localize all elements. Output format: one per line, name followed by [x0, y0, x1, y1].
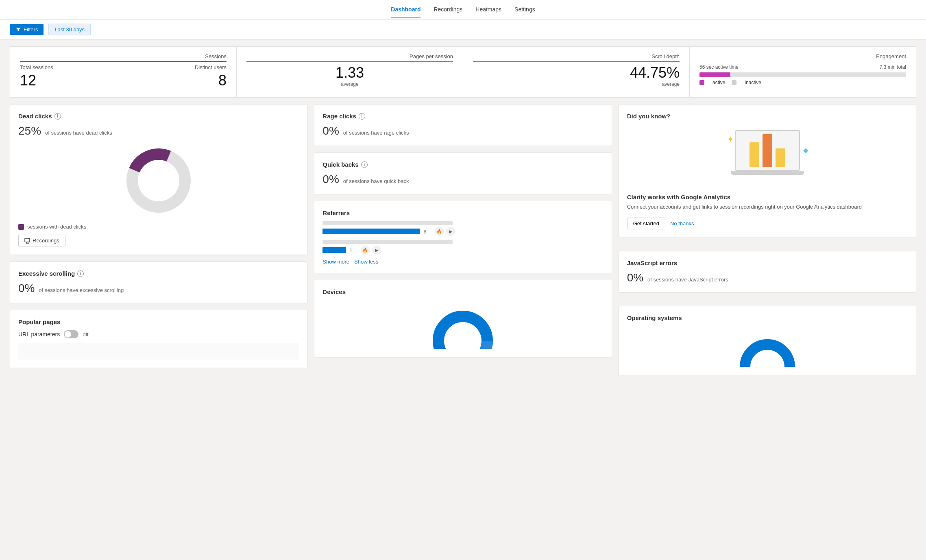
- referrer-count-1: 1: [349, 247, 357, 253]
- active-dot: [699, 80, 704, 85]
- scroll-block: Scroll depth 44.75% average: [463, 47, 690, 97]
- popular-pages-card: Popular pages URL parameters off: [10, 310, 307, 368]
- referrer-count-0: 6: [423, 229, 431, 235]
- svg-point-9: [745, 344, 790, 367]
- sparkle-right-icon: ◆: [803, 146, 808, 154]
- no-thanks-button[interactable]: No thanks: [670, 220, 694, 227]
- js-errors-card: JavaScript errors 0% of sessions have Ja…: [619, 251, 916, 293]
- dead-clicks-pct-row: 25% of sessions have dead clicks: [18, 124, 299, 137]
- referrer-bar-1: [322, 247, 346, 253]
- referrer-heatmap-icon-1[interactable]: 🔥: [361, 246, 370, 255]
- dead-clicks-desc: of sessions have dead clicks: [45, 130, 112, 136]
- total-sessions-value: 12: [20, 72, 36, 89]
- popular-pages-title: Popular pages: [18, 318, 60, 325]
- devices-card: Devices: [314, 280, 612, 357]
- date-filter-button[interactable]: Last 30 days: [48, 24, 91, 35]
- distinct-users-label: Distinct users: [195, 64, 227, 70]
- did-you-know-desc: Connect your accounts and get links to s…: [627, 203, 908, 211]
- svg-rect-2: [25, 238, 30, 242]
- main-content: Sessions Total sessions Distinct users 1…: [0, 40, 926, 382]
- referrer-recording-icon-0[interactable]: ▶: [446, 227, 455, 236]
- dead-clicks-donut-svg: [122, 144, 195, 217]
- dead-clicks-info-icon[interactable]: i: [54, 113, 61, 120]
- quick-backs-info-icon[interactable]: i: [361, 161, 368, 168]
- engagement-times: 56 sec active time 7.3 min total: [699, 64, 906, 70]
- filter-icon: [15, 27, 21, 33]
- illustration: ✦ ◆: [627, 126, 908, 187]
- excessive-scrolling-pct: 0%: [18, 282, 35, 294]
- dead-clicks-card: Dead clicks i 25% of sessions have dead …: [10, 104, 307, 255]
- rage-clicks-title-row: Rage clicks i: [322, 113, 603, 120]
- date-label: Last 30 days: [54, 26, 85, 33]
- active-time: 56 sec active time: [699, 64, 739, 70]
- active-label: active: [712, 80, 725, 85]
- popular-pages-placeholder: [18, 343, 299, 360]
- os-donut-svg: [735, 326, 800, 367]
- sessions-title: Sessions: [20, 53, 227, 62]
- distinct-users-value: 8: [218, 72, 227, 89]
- recordings-button[interactable]: Recordings: [18, 235, 65, 246]
- url-params-toggle[interactable]: [64, 330, 78, 338]
- bar-chart-bar-3: [776, 148, 785, 167]
- js-errors-title-text: JavaScript errors: [627, 259, 677, 266]
- js-errors-pct: 0%: [627, 271, 643, 284]
- os-card: Operating systems: [619, 306, 916, 375]
- rage-clicks-pct-row: 0% of sessions have rage clicks: [322, 124, 603, 137]
- referrer-icons-0: 🔥 ▶: [435, 227, 455, 236]
- filters-button[interactable]: Filters: [10, 24, 44, 35]
- excessive-scrolling-info-icon[interactable]: i: [77, 270, 84, 277]
- rage-clicks-info-icon[interactable]: i: [359, 113, 365, 120]
- nav-dashboard[interactable]: Dashboard: [391, 1, 421, 18]
- excessive-scrolling-title: Excessive scrolling: [18, 270, 75, 277]
- bar-chart-bar-1: [750, 142, 759, 167]
- rage-clicks-desc: of sessions have rage clicks: [343, 130, 409, 136]
- right-column: Did you know? ✦ ◆ Clar: [619, 104, 916, 375]
- quick-backs-desc: of sessions have quick back: [343, 178, 409, 184]
- laptop-screen: [735, 130, 800, 171]
- top-navigation: Dashboard Recordings Heatmaps Settings: [0, 0, 926, 20]
- referrer-row-1: 1 🔥 ▶: [322, 240, 603, 255]
- js-errors-pct-row: 0% of sessions have JavaScript errors: [627, 271, 908, 284]
- quick-backs-card: Quick backs i 0% of sessions have quick …: [314, 153, 612, 194]
- engagement-bar-fill: [699, 72, 730, 77]
- rage-clicks-title: Rage clicks: [322, 113, 356, 120]
- engagement-legend: active inactive: [699, 80, 906, 85]
- url-params-row: URL parameters off: [18, 330, 299, 338]
- sessions-values: 12 8: [20, 72, 227, 89]
- engagement-bar: [699, 72, 906, 77]
- show-less-button[interactable]: Show less: [354, 259, 378, 265]
- nav-heatmaps[interactable]: Heatmaps: [475, 1, 501, 18]
- referrer-heatmap-icon-0[interactable]: 🔥: [435, 227, 444, 236]
- middle-column: Rage clicks i 0% of sessions have rage c…: [314, 104, 612, 357]
- excessive-scrolling-pct-row: 0% of sessions have excessive scrolling: [18, 282, 299, 295]
- dead-clicks-title-row: Dead clicks i: [18, 113, 299, 120]
- nav-recordings[interactable]: Recordings: [434, 1, 462, 18]
- show-more-button[interactable]: Show more: [322, 259, 349, 265]
- referrers-title-text: Referrers: [322, 209, 350, 216]
- excessive-scrolling-card: Excessive scrolling i 0% of sessions hav…: [10, 261, 307, 303]
- devices-title-text: Devices: [322, 288, 346, 295]
- referrers-card: Referrers 6 🔥 ▶: [314, 201, 612, 273]
- dead-clicks-legend-square: [18, 224, 24, 230]
- dead-clicks-donut: [18, 144, 299, 217]
- svg-point-6: [438, 316, 487, 349]
- stats-row: Sessions Total sessions Distinct users 1…: [10, 46, 916, 98]
- did-you-know-actions: Get started No thanks: [627, 218, 908, 229]
- rage-clicks-card: Rage clicks i 0% of sessions have rage c…: [314, 104, 612, 146]
- dead-clicks-legend-label: sessions with dead clicks: [27, 224, 86, 230]
- nav-settings[interactable]: Settings: [514, 1, 535, 18]
- did-you-know-title: Did you know?: [627, 113, 908, 120]
- get-started-button[interactable]: Get started: [627, 218, 665, 229]
- referrer-url-0: [322, 221, 453, 225]
- referrer-recording-icon-1[interactable]: ▶: [372, 246, 381, 255]
- sessions-block: Sessions Total sessions Distinct users 1…: [10, 47, 237, 97]
- did-you-know-card: Did you know? ✦ ◆ Clar: [619, 104, 916, 238]
- referrer-bar-wrap-0: 6 🔥 ▶: [322, 227, 603, 236]
- total-time: 7.3 min total: [880, 64, 906, 70]
- bar-chart-bar-2: [763, 134, 772, 167]
- url-params-value: off: [83, 331, 88, 338]
- did-you-know-heading: Clarity works with Google Analytics: [627, 194, 908, 200]
- url-params-label: URL parameters: [18, 331, 60, 338]
- popular-pages-title-row: Popular pages: [18, 318, 299, 325]
- referrer-row-0: 6 🔥 ▶: [322, 221, 603, 236]
